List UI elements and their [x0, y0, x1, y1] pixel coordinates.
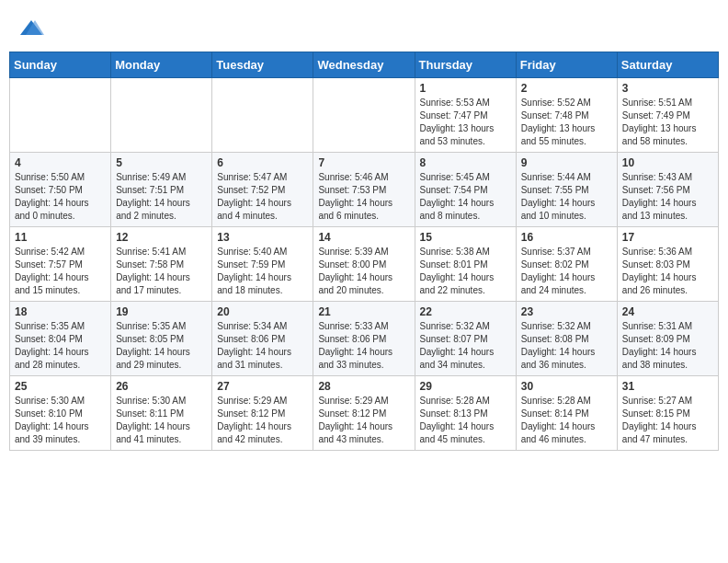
day-number: 8: [420, 156, 511, 169]
calendar-cell: [10, 78, 111, 153]
day-info: Sunrise: 5:35 AMSunset: 8:05 PMDaylight:…: [116, 320, 207, 372]
day-info: Sunrise: 5:41 AMSunset: 7:58 PMDaylight:…: [116, 246, 207, 297]
day-number: 18: [15, 305, 106, 318]
calendar-cell: 30Sunrise: 5:28 AMSunset: 8:14 PMDayligh…: [516, 376, 617, 451]
calendar-cell: 12Sunrise: 5:41 AMSunset: 7:58 PMDayligh…: [111, 227, 212, 302]
logo: [18, 17, 48, 42]
weekday-header-sunday: Sunday: [10, 52, 111, 78]
day-number: 2: [521, 82, 612, 95]
week-row-0: 1Sunrise: 5:53 AMSunset: 7:47 PMDaylight…: [10, 78, 719, 153]
day-number: 24: [622, 305, 713, 318]
day-info: Sunrise: 5:28 AMSunset: 8:13 PMDaylight:…: [420, 395, 511, 446]
day-info: Sunrise: 5:28 AMSunset: 8:14 PMDaylight:…: [521, 395, 612, 446]
calendar-cell: 23Sunrise: 5:32 AMSunset: 8:08 PMDayligh…: [516, 302, 617, 376]
day-number: 28: [318, 380, 409, 393]
day-info: Sunrise: 5:53 AMSunset: 7:47 PMDaylight:…: [420, 97, 511, 148]
day-info: Sunrise: 5:32 AMSunset: 8:08 PMDaylight:…: [521, 320, 612, 372]
calendar-cell: 10Sunrise: 5:43 AMSunset: 7:56 PMDayligh…: [617, 153, 718, 227]
day-info: Sunrise: 5:27 AMSunset: 8:15 PMDaylight:…: [622, 395, 713, 446]
day-info: Sunrise: 5:39 AMSunset: 8:00 PMDaylight:…: [318, 246, 409, 297]
calendar-cell: 17Sunrise: 5:36 AMSunset: 8:03 PMDayligh…: [617, 227, 718, 302]
calendar-cell: 5Sunrise: 5:49 AMSunset: 7:51 PMDaylight…: [111, 153, 212, 227]
calendar-cell: 31Sunrise: 5:27 AMSunset: 8:15 PMDayligh…: [617, 376, 718, 451]
day-number: 16: [521, 231, 612, 244]
day-info: Sunrise: 5:29 AMSunset: 8:12 PMDaylight:…: [217, 395, 308, 446]
day-info: Sunrise: 5:36 AMSunset: 8:03 PMDaylight:…: [622, 246, 713, 297]
calendar-cell: 21Sunrise: 5:33 AMSunset: 8:06 PMDayligh…: [313, 302, 415, 376]
weekday-header-row: SundayMondayTuesdayWednesdayThursdayFrid…: [10, 52, 719, 78]
weekday-header-friday: Friday: [516, 52, 617, 78]
calendar-cell: 4Sunrise: 5:50 AMSunset: 7:50 PMDaylight…: [10, 153, 111, 227]
calendar-cell: 18Sunrise: 5:35 AMSunset: 8:04 PMDayligh…: [10, 302, 111, 376]
calendar-cell: [212, 78, 313, 153]
day-number: 21: [318, 305, 409, 318]
calendar-cell: 22Sunrise: 5:32 AMSunset: 8:07 PMDayligh…: [415, 302, 516, 376]
calendar-cell: 26Sunrise: 5:30 AMSunset: 8:11 PMDayligh…: [111, 376, 212, 451]
day-number: 29: [420, 380, 511, 393]
day-info: Sunrise: 5:40 AMSunset: 7:59 PMDaylight:…: [217, 246, 308, 297]
day-number: 6: [217, 156, 308, 169]
day-number: 11: [15, 231, 106, 244]
weekday-header-monday: Monday: [111, 52, 212, 78]
day-info: Sunrise: 5:38 AMSunset: 8:01 PMDaylight:…: [420, 246, 511, 297]
day-info: Sunrise: 5:33 AMSunset: 8:06 PMDaylight:…: [318, 320, 409, 372]
day-number: 9: [521, 156, 612, 169]
calendar-cell: 25Sunrise: 5:30 AMSunset: 8:10 PMDayligh…: [10, 376, 111, 451]
calendar-cell: 24Sunrise: 5:31 AMSunset: 8:09 PMDayligh…: [617, 302, 718, 376]
week-row-4: 25Sunrise: 5:30 AMSunset: 8:10 PMDayligh…: [10, 376, 719, 451]
day-number: 22: [420, 305, 511, 318]
day-number: 10: [622, 156, 713, 169]
day-number: 1: [420, 82, 511, 95]
calendar-cell: 6Sunrise: 5:47 AMSunset: 7:52 PMDaylight…: [212, 153, 313, 227]
day-number: 15: [420, 231, 511, 244]
day-info: Sunrise: 5:46 AMSunset: 7:53 PMDaylight:…: [318, 171, 409, 223]
day-number: 31: [622, 380, 713, 393]
calendar-cell: 28Sunrise: 5:29 AMSunset: 8:12 PMDayligh…: [313, 376, 415, 451]
week-row-1: 4Sunrise: 5:50 AMSunset: 7:50 PMDaylight…: [10, 153, 719, 227]
day-info: Sunrise: 5:35 AMSunset: 8:04 PMDaylight:…: [15, 320, 106, 372]
calendar-cell: 27Sunrise: 5:29 AMSunset: 8:12 PMDayligh…: [212, 376, 313, 451]
calendar-cell: 13Sunrise: 5:40 AMSunset: 7:59 PMDayligh…: [212, 227, 313, 302]
day-number: 7: [318, 156, 409, 169]
calendar-cell: 19Sunrise: 5:35 AMSunset: 8:05 PMDayligh…: [111, 302, 212, 376]
calendar-table: SundayMondayTuesdayWednesdayThursdayFrid…: [9, 52, 719, 451]
day-info: Sunrise: 5:44 AMSunset: 7:55 PMDaylight:…: [521, 171, 612, 223]
day-info: Sunrise: 5:42 AMSunset: 7:57 PMDaylight:…: [15, 246, 106, 297]
calendar-cell: 16Sunrise: 5:37 AMSunset: 8:02 PMDayligh…: [516, 227, 617, 302]
day-info: Sunrise: 5:45 AMSunset: 7:54 PMDaylight:…: [420, 171, 511, 223]
day-number: 3: [622, 82, 713, 95]
page-header: [9, 9, 719, 46]
day-info: Sunrise: 5:29 AMSunset: 8:12 PMDaylight:…: [318, 395, 409, 446]
week-row-3: 18Sunrise: 5:35 AMSunset: 8:04 PMDayligh…: [10, 302, 719, 376]
day-info: Sunrise: 5:30 AMSunset: 8:11 PMDaylight:…: [116, 395, 207, 446]
calendar-cell: [111, 78, 212, 153]
day-number: 5: [116, 156, 207, 169]
weekday-header-tuesday: Tuesday: [212, 52, 313, 78]
day-number: 17: [622, 231, 713, 244]
day-number: 25: [15, 380, 106, 393]
calendar-cell: 20Sunrise: 5:34 AMSunset: 8:06 PMDayligh…: [212, 302, 313, 376]
day-info: Sunrise: 5:30 AMSunset: 8:10 PMDaylight:…: [15, 395, 106, 446]
weekday-header-wednesday: Wednesday: [313, 52, 415, 78]
weekday-header-thursday: Thursday: [415, 52, 516, 78]
calendar-cell: 15Sunrise: 5:38 AMSunset: 8:01 PMDayligh…: [415, 227, 516, 302]
calendar-cell: 29Sunrise: 5:28 AMSunset: 8:13 PMDayligh…: [415, 376, 516, 451]
day-info: Sunrise: 5:47 AMSunset: 7:52 PMDaylight:…: [217, 171, 308, 223]
day-number: 23: [521, 305, 612, 318]
calendar-cell: 7Sunrise: 5:46 AMSunset: 7:53 PMDaylight…: [313, 153, 415, 227]
calendar-cell: 9Sunrise: 5:44 AMSunset: 7:55 PMDaylight…: [516, 153, 617, 227]
logo-icon: [18, 17, 44, 42]
day-number: 20: [217, 305, 308, 318]
day-info: Sunrise: 5:51 AMSunset: 7:49 PMDaylight:…: [622, 97, 713, 148]
day-number: 27: [217, 380, 308, 393]
calendar-cell: 8Sunrise: 5:45 AMSunset: 7:54 PMDaylight…: [415, 153, 516, 227]
calendar-cell: 3Sunrise: 5:51 AMSunset: 7:49 PMDaylight…: [617, 78, 718, 153]
day-number: 30: [521, 380, 612, 393]
day-number: 14: [318, 231, 409, 244]
day-info: Sunrise: 5:43 AMSunset: 7:56 PMDaylight:…: [622, 171, 713, 223]
day-number: 13: [217, 231, 308, 244]
calendar-cell: [313, 78, 415, 153]
day-info: Sunrise: 5:52 AMSunset: 7:48 PMDaylight:…: [521, 97, 612, 148]
day-number: 12: [116, 231, 207, 244]
calendar-cell: 1Sunrise: 5:53 AMSunset: 7:47 PMDaylight…: [415, 78, 516, 153]
